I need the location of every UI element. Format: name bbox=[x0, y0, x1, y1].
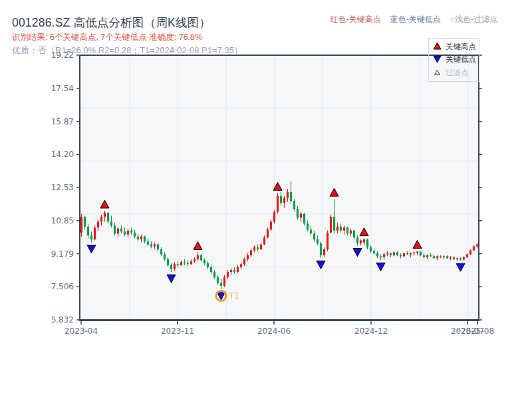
candle-body bbox=[460, 258, 462, 259]
candle-body bbox=[87, 227, 89, 235]
candle-body bbox=[290, 192, 292, 201]
candle-body bbox=[297, 209, 299, 217]
candle-body bbox=[363, 239, 365, 242]
y-tick-label: 7.506 bbox=[51, 282, 74, 291]
legend-label: 过滤点 bbox=[446, 69, 469, 77]
candle-body bbox=[430, 255, 432, 256]
candle-body bbox=[127, 231, 129, 235]
open-triangle-icon bbox=[433, 68, 442, 78]
candle-body bbox=[124, 231, 126, 234]
candle-body bbox=[194, 259, 196, 261]
x-tick-label: 2024-06 bbox=[257, 327, 291, 336]
legend-label: 关键低点 bbox=[446, 56, 476, 64]
candle-body bbox=[184, 262, 186, 263]
candle-body bbox=[203, 260, 205, 263]
candle-body bbox=[450, 257, 452, 258]
candle-body bbox=[243, 259, 245, 264]
x-tick-label: 2025-08 bbox=[461, 327, 494, 336]
candle-body bbox=[440, 256, 442, 257]
candle-body bbox=[227, 272, 229, 277]
candle-body bbox=[390, 253, 392, 255]
candle-body bbox=[140, 237, 142, 239]
candle-body bbox=[233, 270, 235, 272]
color-key: 红色-关键高点 蓝色-关键低点 ○浅色-过滤点 bbox=[331, 14, 497, 25]
candle-body bbox=[247, 255, 249, 259]
y-tick-label: 17.54 bbox=[51, 84, 74, 93]
candle-body bbox=[160, 249, 162, 254]
candle-body bbox=[366, 239, 368, 247]
candle-body bbox=[307, 223, 309, 229]
candle-body bbox=[340, 227, 342, 231]
candle-body bbox=[410, 253, 412, 254]
legend-item-filtered: 过滤点 bbox=[433, 68, 479, 78]
t1-label: T1 bbox=[229, 291, 240, 301]
candle-body bbox=[356, 237, 358, 243]
stock-analysis-page: T119.2217.5415.8714.2012.5310.859.1797.5… bbox=[0, 0, 532, 399]
candle-body bbox=[443, 256, 445, 257]
candle-body bbox=[473, 246, 475, 250]
candle-body bbox=[327, 233, 329, 249]
candle-body bbox=[403, 253, 405, 256]
candle-body bbox=[416, 251, 418, 252]
up-triangle-icon bbox=[433, 42, 442, 52]
page-title: 001286.SZ 高低点分析图（周K线图） bbox=[12, 15, 211, 31]
candle-body bbox=[423, 255, 425, 257]
candle-body bbox=[240, 264, 242, 267]
candle-body bbox=[313, 233, 315, 239]
legend-label: 关键高点 bbox=[446, 43, 476, 51]
candle-body bbox=[320, 243, 322, 255]
candle-body bbox=[456, 258, 458, 259]
candle-body bbox=[147, 241, 149, 244]
candle-body bbox=[380, 256, 382, 257]
candle-body bbox=[393, 252, 395, 255]
candle-body bbox=[323, 249, 325, 255]
candle-body bbox=[346, 227, 348, 233]
candle-body bbox=[476, 244, 478, 246]
candle-body bbox=[283, 198, 285, 203]
candle-body bbox=[270, 221, 272, 229]
candle-body bbox=[134, 233, 136, 237]
candle-body bbox=[383, 254, 385, 257]
candle-body bbox=[353, 231, 355, 237]
candle-body bbox=[330, 217, 332, 233]
candle-body bbox=[174, 264, 176, 269]
color-key-filtered: ○浅色-过滤点 bbox=[450, 14, 497, 25]
candle-body bbox=[170, 265, 172, 269]
candle-body bbox=[154, 244, 156, 246]
color-key-high: 红色-关键高点 bbox=[331, 14, 381, 25]
candle-body bbox=[433, 256, 435, 258]
candle-body bbox=[164, 254, 166, 259]
candle-body bbox=[223, 277, 225, 286]
candle-body bbox=[400, 255, 402, 256]
candle-body bbox=[230, 270, 232, 272]
candle-body bbox=[303, 213, 305, 223]
candle-body bbox=[413, 253, 415, 253]
candle-body bbox=[137, 237, 139, 239]
candle-body bbox=[263, 237, 265, 244]
candle-body bbox=[110, 221, 112, 225]
candle-body bbox=[396, 252, 398, 255]
candle-body bbox=[317, 239, 319, 243]
candle-body bbox=[107, 213, 109, 221]
candle-body bbox=[469, 250, 471, 254]
recognition-result-text: 识别结果: 6个关键高点, 7个关键低点 准确度: 76.8% bbox=[12, 32, 202, 43]
candle-body bbox=[420, 251, 422, 255]
candle-body bbox=[144, 237, 146, 241]
candle-body bbox=[237, 267, 239, 272]
candle-body bbox=[97, 221, 99, 227]
candle-body bbox=[466, 254, 468, 257]
candle-body bbox=[213, 272, 215, 277]
candle-body bbox=[370, 247, 372, 251]
x-tick-label: 2024-12 bbox=[354, 327, 388, 336]
down-triangle-icon bbox=[433, 55, 442, 65]
candle-body bbox=[100, 217, 102, 221]
candle-body bbox=[257, 247, 259, 249]
candle-body bbox=[197, 255, 199, 259]
candle-body bbox=[84, 217, 86, 227]
candle-body bbox=[300, 213, 302, 217]
candle-body bbox=[114, 225, 116, 233]
candle-body bbox=[210, 267, 212, 272]
quality-text: 优质：否（R1=26.0% R2=0.28；T1=2024-02-08 P1=7… bbox=[12, 45, 243, 57]
legend-item-key-low: 关键低点 bbox=[433, 55, 479, 65]
candle-body bbox=[350, 231, 352, 233]
